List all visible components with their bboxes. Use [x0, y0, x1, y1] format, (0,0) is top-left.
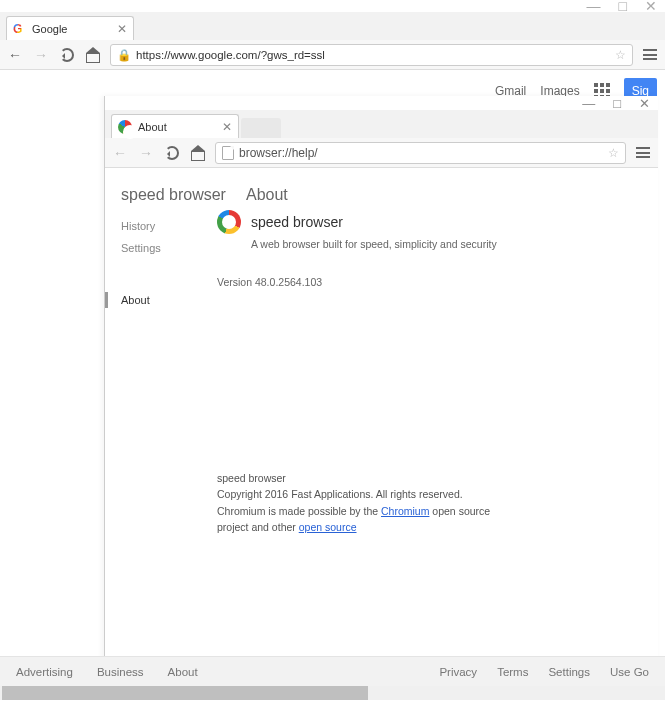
outer-tab-title: Google — [32, 23, 67, 35]
nav-settings[interactable]: Settings — [121, 242, 201, 254]
about-window-controls: — □ ✕ — [105, 96, 658, 110]
about-main: speed browser A web browser built for sp… — [217, 210, 497, 288]
page-content: Gmail Images Sig — □ ✕ About ✕ ← → — [0, 70, 665, 700]
outer-window-controls: — □ ✕ — [0, 0, 665, 12]
lock-icon: 🔒 — [117, 48, 131, 62]
about-maximize-button[interactable]: □ — [613, 96, 621, 111]
about-home-button[interactable] — [189, 147, 207, 159]
chromium-credit: Chromium is made possible by the Chromiu… — [217, 503, 497, 536]
reload-icon — [60, 48, 74, 62]
about-footer-block: speed browser Copyright 2016 Fast Applic… — [217, 470, 497, 535]
about-back-button[interactable]: ← — [111, 145, 129, 161]
back-button[interactable]: ← — [6, 47, 24, 63]
google-footer: Advertising Business About Privacy Terms… — [0, 656, 665, 686]
about-favicon-icon — [118, 120, 132, 134]
about-window: — □ ✕ About ✕ ← → browser://help/ ☆ — [104, 96, 658, 696]
about-address-bar[interactable]: browser://help/ ☆ — [215, 142, 626, 164]
about-toolbar: ← → browser://help/ ☆ — [105, 138, 658, 168]
outer-tab-google[interactable]: G Google ✕ — [6, 16, 134, 40]
forward-button[interactable]: → — [32, 47, 50, 63]
outer-address-bar[interactable]: 🔒 https://www.google.com/?gws_rd=ssl ☆ — [110, 44, 633, 66]
about-close-window-button[interactable]: ✕ — [639, 96, 650, 111]
footer-advertising-link[interactable]: Advertising — [16, 666, 73, 678]
footer-about-link[interactable]: About — [168, 666, 198, 678]
brand-label: speed browser — [121, 186, 226, 204]
nav-about[interactable]: About — [121, 294, 201, 306]
menu-button[interactable] — [641, 49, 659, 60]
about-forward-button[interactable]: → — [137, 145, 155, 161]
page-scroll-thumb[interactable] — [2, 686, 368, 700]
chromium-pre: Chromium is made possible by the — [217, 505, 381, 517]
version-text: Version 48.0.2564.103 — [217, 276, 497, 288]
home-icon — [86, 49, 100, 61]
bookmark-star-icon[interactable]: ☆ — [615, 48, 626, 62]
about-tab[interactable]: About ✕ — [111, 114, 239, 138]
about-tab-strip: About ✕ — [105, 110, 658, 138]
page-title: About — [246, 186, 288, 204]
outer-tab-strip: G Google ✕ — [0, 12, 665, 40]
about-side-nav: History Settings About — [121, 220, 201, 306]
app-logo-icon — [217, 210, 241, 234]
copyright-text: Copyright 2016 Fast Applications. All ri… — [217, 486, 497, 502]
home-button[interactable] — [84, 49, 102, 61]
about-url-text: browser://help/ — [239, 146, 318, 160]
menu-icon — [643, 49, 657, 60]
page-horizontal-scrollbar[interactable] — [0, 686, 665, 700]
app-subtitle: A web browser built for speed, simplicit… — [251, 238, 497, 250]
nav-history[interactable]: History — [121, 220, 201, 232]
google-favicon-icon: G — [13, 22, 27, 36]
footer-business-link[interactable]: Business — [97, 666, 144, 678]
about-minimize-button[interactable]: — — [582, 96, 595, 111]
chromium-link[interactable]: Chromium — [381, 505, 429, 517]
outer-url-text: https://www.google.com/?gws_rd=ssl — [136, 49, 325, 61]
footer-terms-link[interactable]: Terms — [497, 666, 528, 678]
app-name: speed browser — [251, 214, 343, 230]
footer-privacy-link[interactable]: Privacy — [439, 666, 477, 678]
about-close-tab-icon[interactable]: ✕ — [222, 120, 232, 134]
about-menu-button[interactable] — [634, 147, 652, 158]
opensource-link[interactable]: open source — [299, 521, 357, 533]
footer-settings-link[interactable]: Settings — [548, 666, 590, 678]
menu-icon — [636, 147, 650, 158]
about-tab-title: About — [138, 121, 167, 133]
reload-icon — [165, 146, 179, 160]
reload-button[interactable] — [58, 48, 76, 62]
home-icon — [191, 147, 205, 159]
outer-toolbar: ← → 🔒 https://www.google.com/?gws_rd=ssl… — [0, 40, 665, 70]
new-tab-ghost[interactable] — [241, 118, 281, 138]
footer-brand: speed browser — [217, 470, 497, 486]
page-icon — [222, 146, 234, 160]
about-reload-button[interactable] — [163, 146, 181, 160]
about-bookmark-star-icon[interactable]: ☆ — [608, 146, 619, 160]
close-tab-icon[interactable]: ✕ — [117, 22, 127, 36]
footer-usegoogle-link[interactable]: Use Go — [610, 666, 649, 678]
about-body: speed browser About History Settings Abo… — [105, 168, 658, 698]
